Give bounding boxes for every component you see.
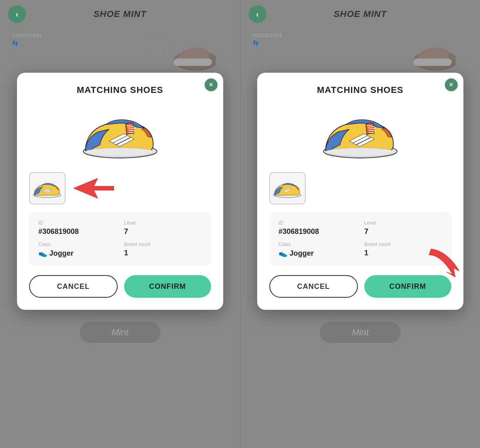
page-title-right: SHOE MINT	[334, 9, 387, 19]
id-field-left: ID #306819008	[38, 220, 116, 236]
breed-label-right: Breed count	[364, 242, 442, 247]
class-text-left: Jogger	[49, 249, 74, 258]
level-label-right: Level	[364, 220, 442, 226]
id-label-left: ID	[38, 220, 116, 226]
class-value-right: 👟 Jogger	[279, 249, 356, 258]
back-button-right[interactable]: ‹	[249, 5, 266, 23]
svg-marker-9	[74, 178, 114, 198]
back-icon-right: ‹	[256, 10, 259, 19]
header-left: ‹ SHOE MINT	[0, 0, 240, 28]
info-card-left: ID #306819008 Level 7 Class 👟 Jogger Bre…	[29, 212, 211, 265]
info-card-right: ID #306819008 Level 7 Class 👟 Jogger Bre…	[269, 212, 451, 265]
cancel-button-left[interactable]: CANCEL	[29, 275, 118, 298]
btn-row-right: CANCEL CONFIRM	[269, 275, 451, 298]
bg-shoe-foot-icon-right: 👣	[253, 40, 259, 46]
modal-title-right: MATCHING SHOES	[269, 85, 451, 95]
page-title-left: SHOE MINT	[93, 9, 146, 19]
class-foot-icon-right: 👟	[279, 249, 288, 258]
svg-point-7	[85, 148, 155, 157]
main-shoe-svg-right	[320, 107, 401, 160]
mint-button-left[interactable]: Mint	[80, 322, 161, 343]
class-text-right: Jogger	[290, 249, 314, 258]
level-field-right: Level 7	[364, 220, 442, 236]
bg-dashed-box-left	[143, 40, 167, 61]
main-shoe-svg-left	[80, 107, 161, 160]
cancel-button-right[interactable]: CANCEL	[269, 275, 358, 298]
bg-shoe-svg-left	[167, 36, 216, 77]
shoe-thumbnail-right	[269, 172, 306, 204]
id-label-right: ID	[279, 220, 356, 226]
level-value-left: 7	[124, 227, 202, 236]
panel-right: ‹ SHOE MINT #316561693 👣 × MATCHING SHOE…	[240, 0, 480, 448]
close-icon-left: ×	[209, 81, 213, 88]
back-icon-left: ‹	[16, 10, 19, 19]
breed-field-right: Breed count 1	[364, 242, 442, 258]
modal-title-left: MATCHING SHOES	[29, 85, 211, 95]
thumbnail-row-left	[29, 172, 211, 204]
btn-row-left: CANCEL CONFIRM	[29, 275, 211, 298]
breed-value-right: 1	[364, 249, 442, 257]
level-field-left: Level 7	[124, 220, 202, 236]
modal-left: × MATCHING SHOES	[17, 73, 223, 310]
breed-value-left: 1	[124, 249, 202, 257]
id-value-right: #306819008	[279, 227, 356, 236]
header-right: ‹ SHOE MINT	[241, 0, 480, 28]
close-icon-right: ×	[449, 81, 453, 88]
info-grid-left: ID #306819008 Level 7 Class 👟 Jogger Bre…	[38, 220, 202, 258]
level-label-left: Level	[124, 220, 202, 226]
red-arrow-left	[74, 178, 114, 198]
class-field-left: Class 👟 Jogger	[38, 242, 116, 258]
thumbnail-row-right	[269, 172, 451, 204]
shoe-image-area-right	[269, 103, 451, 164]
svg-point-17	[325, 148, 395, 157]
bg-shoe-id-right: #316561693	[253, 32, 282, 38]
class-field-right: Class 👟 Jogger	[279, 242, 356, 258]
class-foot-icon-left: 👟	[38, 249, 47, 258]
level-value-right: 7	[364, 227, 442, 236]
breed-field-left: Breed count 1	[124, 242, 202, 258]
bg-shoe-svg-right	[407, 36, 456, 77]
modal-right: × MATCHING SHOES	[257, 73, 463, 310]
svg-rect-11	[413, 59, 452, 66]
bg-shoe-id-left: #316561693	[12, 32, 41, 38]
shoe-image-area-left	[29, 103, 211, 164]
info-grid-right: ID #306819008 Level 7 Class 👟 Jogger Bre…	[279, 220, 442, 258]
class-label-right: Class	[279, 242, 356, 247]
class-value-left: 👟 Jogger	[38, 249, 116, 258]
panel-left: ‹ SHOE MINT #316561693 👣 × MATCHING SHOE…	[0, 0, 240, 448]
bg-shoe-foot-icon: 👣	[12, 40, 18, 46]
thumb-shoe-svg-right	[272, 175, 302, 202]
back-button-left[interactable]: ‹	[8, 5, 26, 23]
class-label-left: Class	[38, 242, 116, 247]
mint-button-right[interactable]: Mint	[320, 322, 401, 343]
shoe-thumbnail-left	[29, 172, 66, 204]
left-arrow-indicator	[74, 178, 114, 198]
id-value-left: #306819008	[38, 227, 116, 236]
confirm-button-right[interactable]: CONFIRM	[364, 275, 451, 298]
modal-close-right[interactable]: ×	[445, 78, 458, 91]
svg-rect-1	[173, 59, 212, 66]
modal-close-left[interactable]: ×	[205, 78, 218, 91]
confirm-button-left[interactable]: CONFIRM	[124, 275, 211, 298]
thumb-shoe-svg-left	[32, 175, 62, 202]
id-field-right: ID #306819008	[279, 220, 356, 236]
btn-area-right: CANCEL CONFIRM	[269, 275, 451, 298]
breed-label-left: Breed count	[124, 242, 202, 247]
